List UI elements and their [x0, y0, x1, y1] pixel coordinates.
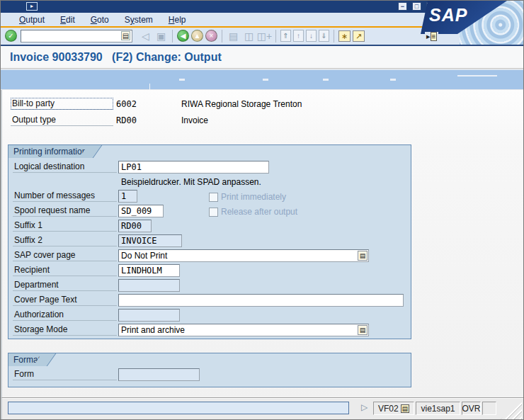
- suffix-1-field: RD00: [118, 220, 152, 232]
- menu-system[interactable]: System: [125, 15, 153, 25]
- printing-information-title: Printing information: [8, 145, 91, 158]
- suffix-1-label: Suffix 1: [13, 220, 117, 232]
- find-icon[interactable]: ◫: [242, 29, 256, 42]
- minimize-button[interactable]: −: [398, 2, 407, 11]
- form-label: Form: [13, 368, 117, 380]
- spool-request-name-label: Spool request name: [13, 205, 117, 217]
- menu-output[interactable]: Output: [19, 15, 45, 25]
- resize-grip[interactable]: [501, 402, 522, 419]
- first-page-icon[interactable]: ⇑: [280, 30, 291, 42]
- toolbar-separator-mark: [323, 79, 329, 81]
- sap-window: ▸ − □ × OutputEditGotoSystemHelp ✓ ▤ ◁▣◀…: [0, 0, 524, 420]
- cancel-icon[interactable]: ×: [205, 30, 217, 42]
- sap-cover-page-value: Do Not Print: [121, 251, 167, 261]
- number-of-messages-label: Number of messages: [13, 190, 117, 202]
- output-type-value: RD00: [116, 115, 137, 125]
- toolbar-separator: [222, 30, 222, 42]
- suffix-2-field: INVOICE: [118, 234, 182, 247]
- cover-page-text-label: Cover Page Text: [13, 294, 117, 306]
- output-type-text: Invoice: [181, 115, 208, 125]
- next-page-icon[interactable]: ↓: [306, 30, 317, 42]
- previous-page-icon[interactable]: ↑: [293, 30, 304, 42]
- authorization-field: [118, 309, 180, 322]
- command-field[interactable]: ▤: [21, 30, 132, 42]
- find-next-icon[interactable]: ◫+: [258, 29, 271, 42]
- storage-mode-value: Print and archive: [121, 325, 185, 335]
- release-after-output-label: Release after output: [221, 207, 297, 217]
- last-page-icon[interactable]: ⇓: [319, 30, 329, 42]
- back-icon[interactable]: ◀: [177, 30, 189, 42]
- cover-page-text-input[interactable]: [118, 294, 404, 307]
- toolbar-overflow-icon[interactable]: ▸≡: [425, 32, 438, 41]
- enter-icon[interactable]: ✓: [5, 30, 17, 42]
- output-type-label: Output type: [11, 114, 113, 126]
- status-message-field: [8, 402, 349, 414]
- status-expand-icon[interactable]: ▷: [361, 402, 368, 412]
- logical-destination-input[interactable]: LP01: [118, 161, 269, 174]
- dropdown-icon[interactable]: ▤: [358, 325, 368, 335]
- recipient-input[interactable]: LINDHOLM: [118, 264, 180, 277]
- screen-title-bar: Invoice 90033790 (F2) Change: Output: [1, 46, 524, 69]
- main-content: Bill-to party 6002 RIWA Regional Storage…: [1, 90, 524, 397]
- maximize-button[interactable]: □: [412, 2, 421, 11]
- number-of-messages-field: 1: [118, 190, 137, 203]
- menu-help[interactable]: Help: [169, 15, 186, 25]
- menu-bar: OutputEditGotoSystemHelp: [1, 13, 428, 26]
- status-transaction-cell[interactable]: VF02 ▤: [373, 402, 414, 415]
- collapse-command-icon[interactable]: ◁: [139, 29, 152, 42]
- transaction-code: VF02: [378, 404, 399, 414]
- exit-icon[interactable]: ▲: [191, 30, 203, 42]
- format-group: Format Form: [8, 353, 411, 387]
- spool-request-name-input[interactable]: SD_009: [118, 205, 164, 217]
- insert-mode: OVR: [462, 404, 481, 414]
- save-icon[interactable]: ▣: [154, 29, 168, 42]
- page-title: Invoice 90033790 (F2) Change: Output: [10, 51, 222, 64]
- recipient-label: Recipient: [13, 264, 117, 276]
- department-label: Department: [13, 279, 117, 291]
- toolbar-separator-mark: [263, 79, 268, 81]
- release-after-output-checkbox: Release after output: [209, 206, 297, 217]
- server-name: vie1sap1: [421, 404, 455, 414]
- toolbar-separator: [334, 30, 334, 42]
- printing-information-group: Printing information Logical destination…: [8, 144, 411, 339]
- window-menu-icon[interactable]: ▸: [26, 2, 38, 11]
- toolbar-separator: [275, 30, 276, 42]
- bill-to-party-value: 6002: [116, 99, 137, 109]
- status-empty-cell: [482, 402, 496, 415]
- authorization-label: Authorization: [13, 309, 117, 321]
- status-insert-mode-cell[interactable]: OVR: [462, 402, 481, 415]
- bill-to-party-label: Bill-to party: [11, 98, 113, 110]
- storage-mode-label: Storage Mode: [13, 324, 117, 336]
- bill-to-party-text: RIWA Regional Storage Trenton: [181, 99, 302, 109]
- sap-cover-page-dropdown[interactable]: Do Not Print ▤: [118, 249, 369, 262]
- print-icon[interactable]: ▤: [227, 29, 240, 42]
- toolbar-separator: [172, 30, 173, 42]
- printer-note: Beispieldrucker. Mit SPAD anpassen.: [121, 177, 261, 187]
- suffix-2-label: Suffix 2: [13, 234, 117, 246]
- dropdown-icon[interactable]: ▤: [358, 251, 368, 261]
- form-field: [118, 368, 200, 381]
- print-immediately-checkbox: Print immediately: [209, 191, 286, 203]
- menu-goto[interactable]: Goto: [91, 15, 109, 25]
- sap-cover-page-label: SAP cover page: [13, 249, 117, 261]
- toolbar-separator-mark: [179, 79, 185, 81]
- menu-edit[interactable]: Edit: [60, 15, 75, 25]
- toolbar-separator-mark: [390, 79, 396, 81]
- checkbox-icon: [209, 208, 218, 217]
- checkbox-icon: [209, 193, 218, 202]
- status-bar: ▷ VF02 ▤ vie1sap1 OVR: [1, 397, 524, 420]
- print-immediately-label: Print immediately: [221, 192, 286, 202]
- format-title: Format: [8, 353, 45, 366]
- command-history-icon[interactable]: ▤: [121, 31, 130, 40]
- application-toolbar: [1, 69, 524, 90]
- department-field: [118, 279, 180, 292]
- session-list-icon[interactable]: ▤: [401, 404, 410, 413]
- create-shortcut-icon[interactable]: ↗: [353, 30, 365, 42]
- toolbar-separator-mark: [457, 75, 497, 76]
- new-session-icon[interactable]: ∗: [338, 30, 351, 42]
- logical-destination-label: Logical destination: [13, 161, 117, 173]
- status-server-cell: vie1sap1: [416, 402, 460, 415]
- storage-mode-dropdown[interactable]: Print and archive ▤: [118, 324, 369, 336]
